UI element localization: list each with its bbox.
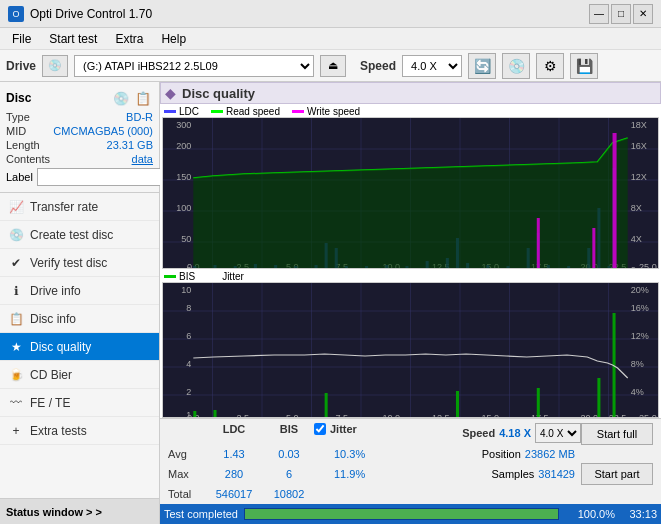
nav-create-test[interactable]: 💿 Create test disc	[0, 221, 159, 249]
svg-rect-105	[214, 410, 217, 417]
position-area: Position 23862 MB	[482, 448, 575, 460]
main-layout: Disc 💿 📋 Type BD-R MID CMCMAGBA5 (000) L…	[0, 82, 661, 524]
speed-stat-select[interactable]: 4.0 X	[535, 423, 581, 443]
svg-text:12X: 12X	[631, 172, 647, 182]
title-bar: O Opti Drive Control 1.70 — □ ✕	[0, 0, 661, 28]
disc-length-row: Length 23.31 GB	[6, 138, 153, 152]
maximize-button[interactable]: □	[611, 4, 631, 24]
speed-select[interactable]: 4.0 X	[402, 55, 462, 77]
legend-bis: BIS	[164, 271, 195, 282]
svg-text:100: 100	[176, 203, 191, 213]
transfer-rate-icon: 📈	[8, 199, 24, 215]
legend-ldc-label: LDC	[179, 106, 199, 117]
nav-verify-test-label: Verify test disc	[30, 256, 107, 270]
bottom-chart-legend: BIS Jitter	[160, 271, 661, 282]
disc-contents-row: Contents data	[6, 152, 153, 166]
minimize-button[interactable]: —	[589, 4, 609, 24]
disc-section: Disc 💿 📋 Type BD-R MID CMCMAGBA5 (000) L…	[0, 82, 159, 193]
menu-file[interactable]: File	[4, 29, 39, 49]
svg-text:25.0: 25.0	[639, 262, 657, 269]
legend-bis-label: BIS	[179, 271, 195, 282]
disc-button[interactable]: 💿	[502, 53, 530, 79]
position-value: 23862 MB	[525, 448, 575, 460]
disc-icon-2[interactable]: 📋	[133, 88, 153, 108]
app-icon: O	[8, 6, 24, 22]
menu-start-test[interactable]: Start test	[41, 29, 105, 49]
chart-title: Disc quality	[182, 86, 255, 101]
nav-verify-test[interactable]: ✔ Verify test disc	[0, 249, 159, 277]
samples-label: Samples	[491, 468, 534, 480]
svg-rect-107	[456, 391, 459, 417]
svg-text:4X: 4X	[631, 234, 642, 244]
nav-create-test-label: Create test disc	[30, 228, 113, 242]
disc-contents-label: Contents	[6, 153, 50, 165]
samples-value: 381429	[538, 468, 575, 480]
drive-icon: 💿	[42, 55, 68, 77]
fe-te-icon: 〰	[8, 395, 24, 411]
disc-mid-row: MID CMCMAGBA5 (000)	[6, 124, 153, 138]
drive-select[interactable]: (G:) ATAPI iHBS212 2.5L09	[74, 55, 314, 77]
start-part-area: Start part	[575, 463, 653, 485]
nav-drive-info-label: Drive info	[30, 284, 81, 298]
top-chart: 0 50 100 150 200 300 0 4X 8X 12X 16X 18X	[162, 117, 659, 269]
disc-icon-1[interactable]: 💿	[111, 88, 131, 108]
nav-fe-te[interactable]: 〰 FE / TE	[0, 389, 159, 417]
disc-quality-icon: ★	[8, 339, 24, 355]
svg-rect-67	[537, 218, 540, 269]
disc-type-row: Type BD-R	[6, 110, 153, 124]
svg-text:8X: 8X	[631, 203, 642, 213]
left-panel: Disc 💿 📋 Type BD-R MID CMCMAGBA5 (000) L…	[0, 82, 160, 524]
disc-icon-area: 💿 📋	[111, 88, 153, 108]
legend-read-speed: Read speed	[211, 106, 280, 117]
svg-text:8: 8	[186, 303, 191, 313]
action-buttons: Start full	[581, 423, 653, 445]
settings-button[interactable]: ⚙	[536, 53, 564, 79]
svg-rect-109	[597, 378, 600, 417]
svg-text:2.5: 2.5	[236, 413, 249, 419]
status-window[interactable]: Status window > >	[0, 498, 159, 524]
disc-table: Type BD-R MID CMCMAGBA5 (000) Length 23.…	[0, 110, 159, 166]
max-jitter: 11.9%	[314, 468, 491, 480]
svg-rect-65	[613, 133, 617, 269]
close-button[interactable]: ✕	[633, 4, 653, 24]
svg-text:4%: 4%	[631, 387, 644, 397]
drive-info-icon: ℹ	[8, 283, 24, 299]
nav-cd-bier[interactable]: 🍺 CD Bier	[0, 361, 159, 389]
nav-disc-info[interactable]: 📋 Disc info	[0, 305, 159, 333]
nav-drive-info[interactable]: ℹ Drive info	[0, 277, 159, 305]
disc-mid-label: MID	[6, 125, 26, 137]
nav-extra-tests[interactable]: + Extra tests	[0, 417, 159, 445]
jitter-checkbox[interactable]	[314, 423, 326, 435]
jitter-color	[207, 275, 219, 278]
svg-rect-108	[537, 388, 540, 417]
disc-label-row: Label 🔍	[0, 166, 159, 188]
chart-header-icon: ◆	[165, 85, 176, 101]
ldc-color	[164, 110, 176, 113]
eject-button[interactable]: ⏏	[320, 55, 346, 77]
svg-text:6: 6	[186, 331, 191, 341]
save-button[interactable]: 💾	[570, 53, 598, 79]
nav-extra-tests-label: Extra tests	[30, 424, 87, 438]
avg-jitter: 10.3%	[314, 448, 482, 460]
svg-text:25.0: 25.0	[639, 413, 657, 419]
progress-bar-container: Test completed 100.0% 33:13	[160, 504, 661, 524]
bottom-chart-svg: 1 2 4 6 8 10 4% 8% 12% 16% 20% 0.0	[163, 283, 658, 419]
legend-write-speed-label: Write speed	[307, 106, 360, 117]
title-bar-controls: — □ ✕	[589, 4, 653, 24]
disc-header: Disc 💿 📋	[0, 86, 159, 110]
start-full-button[interactable]: Start full	[581, 423, 653, 445]
disc-mid-value: CMCMAGBA5 (000)	[53, 125, 153, 137]
right-panel: ◆ Disc quality LDC Read speed Write spee…	[160, 82, 661, 524]
menu-help[interactable]: Help	[153, 29, 194, 49]
svg-text:12%: 12%	[631, 331, 649, 341]
drive-label: Drive	[6, 59, 36, 73]
disc-contents-value[interactable]: data	[132, 153, 153, 165]
speed-header-area: Speed 4.18 X 4.0 X	[462, 423, 581, 443]
nav-transfer-rate[interactable]: 📈 Transfer rate	[0, 193, 159, 221]
menu-extra[interactable]: Extra	[107, 29, 151, 49]
start-part-button[interactable]: Start part	[581, 463, 653, 485]
refresh-button[interactable]: 🔄	[468, 53, 496, 79]
nav-disc-quality[interactable]: ★ Disc quality	[0, 333, 159, 361]
svg-text:17.5: 17.5	[531, 413, 549, 419]
status-text: Test completed	[164, 508, 238, 520]
